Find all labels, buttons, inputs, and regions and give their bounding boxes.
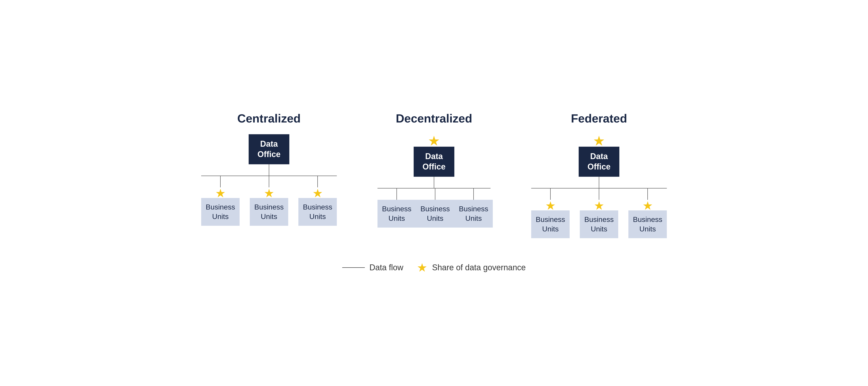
- c1-star: ★: [215, 187, 226, 199]
- centralized-child-1: ★ BusinessUnits: [201, 176, 240, 226]
- decentralized-top-star: ★: [428, 134, 440, 148]
- f2-v-line: [599, 189, 599, 200]
- federated-child-1: ★ BusinessUnits: [531, 189, 569, 238]
- d2-bu-box: BusinessUnits: [416, 200, 454, 228]
- decentralized-children-row: BusinessUnits BusinessUnits BusinessUnit…: [377, 189, 491, 228]
- federated-child-2: ★ BusinessUnits: [580, 189, 618, 238]
- d3-bu-box: BusinessUnits: [454, 200, 493, 228]
- federated-tree: ★ DataOffice ★ BusinessUnits: [531, 134, 667, 238]
- f1-box-wrap: ★ BusinessUnits: [531, 200, 569, 238]
- decentralized-child-1: BusinessUnits: [377, 189, 416, 228]
- c2-star: ★: [264, 187, 274, 199]
- c3-v-line: [317, 176, 318, 187]
- decentralized-title: Decentralized: [396, 111, 472, 125]
- c2-bu-box: BusinessUnits: [250, 198, 288, 226]
- decentralized-child-3: BusinessUnits: [454, 189, 493, 228]
- f1-v-line: [550, 189, 551, 200]
- f2-bu-box: BusinessUnits: [580, 211, 618, 238]
- centralized-branch: ★ BusinessUnits ★ BusinessUnits: [201, 175, 337, 226]
- c2-box-wrap: ★ BusinessUnits: [250, 187, 288, 226]
- centralized-tree: DataOffice ★ BusinessUnits: [201, 134, 337, 226]
- legend-data-flow-label: Data flow: [369, 263, 403, 272]
- legend-line-icon: [342, 267, 365, 268]
- diagrams-row: Centralized DataOffice: [27, 111, 841, 238]
- c3-box-wrap: ★ BusinessUnits: [298, 187, 337, 226]
- c3-bu-box: BusinessUnits: [298, 198, 337, 226]
- legend-row: Data flow ★ Share of data governance: [342, 261, 526, 275]
- d2-v-line: [435, 189, 435, 200]
- decentralized-tree: ★ DataOffice BusinessUnits: [377, 134, 491, 228]
- centralized-title: Centralized: [237, 111, 301, 125]
- f2-box-wrap: ★ BusinessUnits: [580, 200, 618, 238]
- decentralized-data-office: DataOffice: [414, 147, 454, 177]
- decentralized-top-node: ★ DataOffice: [414, 134, 454, 177]
- federated-child-3: ★ BusinessUnits: [628, 189, 667, 238]
- centralized-children-row: ★ BusinessUnits ★ BusinessUnits: [201, 176, 337, 226]
- federated-children-row: ★ BusinessUnits ★ BusinessUnits: [531, 189, 667, 238]
- legend-governance-label: Share of data governance: [432, 263, 526, 272]
- d1-v-line: [397, 189, 397, 200]
- main-container: Centralized DataOffice: [27, 111, 841, 275]
- decentralized-v-connector-top: [434, 177, 434, 188]
- f1-bu-box: BusinessUnits: [531, 211, 569, 238]
- f1-star: ★: [545, 200, 556, 212]
- f3-box-wrap: ★ BusinessUnits: [628, 200, 667, 238]
- centralized-data-office: DataOffice: [249, 134, 289, 164]
- f3-star: ★: [643, 200, 653, 212]
- federated-branch: ★ BusinessUnits ★ BusinessUnits: [531, 188, 667, 238]
- d3-v-line: [473, 189, 474, 200]
- centralized-child-2: ★ BusinessUnits: [250, 176, 288, 226]
- centralized-v-connector-top: [269, 164, 269, 175]
- legend-governance: ★ Share of data governance: [417, 261, 526, 275]
- decentralized-branch: BusinessUnits BusinessUnits BusinessUnit…: [377, 188, 491, 228]
- c1-v-line: [220, 176, 221, 187]
- diagram-centralized: Centralized DataOffice: [201, 111, 337, 226]
- c2-v-line: [269, 176, 269, 187]
- centralized-top-node: DataOffice: [249, 134, 289, 164]
- federated-data-office: DataOffice: [579, 147, 619, 177]
- federated-v-connector-top: [599, 177, 599, 188]
- decentralized-child-2: BusinessUnits: [416, 189, 454, 228]
- d1-bu-box: BusinessUnits: [377, 200, 416, 228]
- centralized-child-3: ★ BusinessUnits: [298, 176, 337, 226]
- legend-star-icon: ★: [417, 261, 428, 275]
- federated-top-star: ★: [593, 134, 605, 148]
- legend-data-flow: Data flow: [342, 263, 403, 272]
- diagram-federated: Federated ★ DataOffice: [531, 111, 667, 238]
- federated-title: Federated: [571, 111, 627, 125]
- f3-bu-box: BusinessUnits: [628, 211, 667, 238]
- c1-box-wrap: ★ BusinessUnits: [201, 187, 240, 226]
- diagram-decentralized: Decentralized ★ DataOffice Busine: [377, 111, 491, 228]
- f3-v-line: [647, 189, 648, 200]
- c1-bu-box: BusinessUnits: [201, 198, 240, 226]
- c3-star: ★: [312, 187, 323, 199]
- federated-top-node: ★ DataOffice: [579, 134, 619, 177]
- f2-star: ★: [594, 200, 604, 212]
